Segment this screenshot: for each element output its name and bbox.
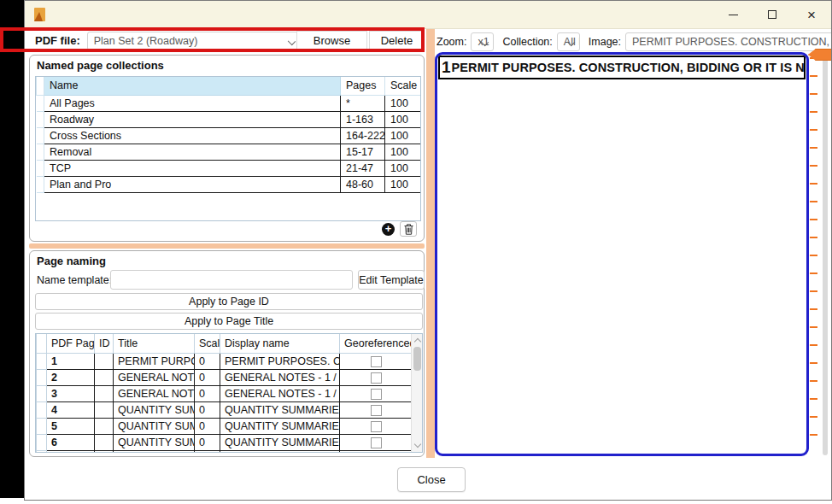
- scrollbar-thumb[interactable]: [413, 347, 421, 371]
- apply-to-page-title-button[interactable]: Apply to Page Title: [35, 313, 423, 330]
- zoom-label: Zoom:: [437, 36, 466, 48]
- col-header-id[interactable]: ID: [95, 334, 114, 353]
- collection-row[interactable]: Removal 15-17 100: [37, 144, 421, 160]
- page-slider-ticks: [810, 57, 817, 452]
- page-display-name: GENERAL NOTES - 1 / 22: [220, 369, 340, 385]
- page-title-cell: QUANTITY SUM: [114, 450, 195, 453]
- georeferenced-checkbox[interactable]: [371, 405, 382, 416]
- pages-header-row: PDF Page ID Title Scale Display name Geo…: [37, 334, 413, 353]
- col-header-pdf-page[interactable]: PDF Page: [47, 334, 95, 353]
- pdf-page-number: 6: [47, 434, 95, 450]
- close-window-button[interactable]: ×: [792, 1, 831, 28]
- page-display-name: QUANTITY SUMMARIES: [220, 401, 340, 418]
- georeferenced-checkbox[interactable]: [371, 437, 382, 448]
- chevron-down-icon: [413, 441, 420, 448]
- col-header-display-name[interactable]: Display name: [220, 334, 340, 353]
- collection-pages: 15-17: [341, 144, 385, 160]
- page-id: [95, 418, 114, 434]
- page-row[interactable]: 1 PERMIT PURPOS 0 PERMIT PURPOSES. CON: [37, 353, 413, 369]
- page-row[interactable]: 2 GENERAL NOTE 0 GENERAL NOTES - 1 / 22: [37, 369, 413, 385]
- minimize-button[interactable]: [713, 1, 753, 28]
- collection-label: Collection:: [502, 36, 552, 48]
- page-scale: 0: [195, 434, 220, 450]
- col-header-georeferenced[interactable]: Georeferenced: [340, 334, 413, 353]
- col-header-scale[interactable]: Scale: [385, 77, 421, 95]
- col-header-title[interactable]: Title: [114, 334, 195, 353]
- collections-header-row: Name Pages Scale: [37, 77, 421, 95]
- image-value: PERMIT PURPOSES. CONSTRUCTION, BIDDING O…: [632, 36, 832, 48]
- collection-scale: 100: [385, 111, 421, 127]
- edit-template-button[interactable]: Edit Template: [358, 270, 425, 290]
- pdf-manager-window: × PDF file: Plan Set 2 (Roadway) Browse …: [24, 0, 832, 501]
- vertical-splitter[interactable]: [426, 29, 435, 458]
- titlebar: ×: [25, 1, 831, 29]
- collection-name: All Pages: [44, 95, 341, 111]
- col-header-name[interactable]: Name: [44, 77, 341, 95]
- maximize-icon: [768, 10, 776, 19]
- pdf-page-number: 3: [47, 385, 95, 401]
- collection-dropdown[interactable]: All Pages: [557, 32, 580, 51]
- pdf-file-label: PDF file:: [35, 34, 80, 47]
- page-preview[interactable]: 1 PERMIT PURPOSES. CONSTRUCTION, BIDDING…: [435, 52, 809, 456]
- collection-row[interactable]: Cross Sections 164-222 100: [37, 127, 421, 144]
- collection-name: Removal: [44, 144, 341, 160]
- maximize-button[interactable]: [753, 1, 792, 28]
- pdf-page-number: 4: [47, 401, 95, 418]
- image-dropdown[interactable]: PERMIT PURPOSES. CONSTRUCTION, BIDDING O…: [625, 32, 832, 51]
- zoom-dropdown[interactable]: x1: [471, 32, 494, 51]
- collection-pages: *: [341, 95, 385, 111]
- georeferenced-checkbox[interactable]: [371, 421, 382, 432]
- add-collection-button[interactable]: +: [382, 223, 395, 236]
- preview-page-header: 1 PERMIT PURPOSES. CONSTRUCTION, BIDDING…: [438, 56, 806, 79]
- collection-name: TCP: [44, 160, 341, 176]
- scroll-down-button[interactable]: [412, 440, 423, 451]
- row-header: [37, 334, 47, 353]
- page-row[interactable]: 4 QUANTITY SUM 0 QUANTITY SUMMARIES: [37, 401, 413, 418]
- name-template-input[interactable]: [110, 270, 353, 290]
- col-header-pages[interactable]: Pages: [341, 77, 385, 95]
- delete-collection-button[interactable]: [400, 221, 417, 237]
- page-row[interactable]: 6 QUANTITY SUM 0 QUANTITY SUMMARIES: [37, 434, 413, 450]
- collections-actions: +: [382, 221, 417, 237]
- page-title-cell: QUANTITY SUM: [114, 434, 195, 450]
- page-id: [95, 369, 114, 385]
- pdf-page-number: 1: [47, 353, 95, 369]
- close-button[interactable]: Close: [397, 467, 466, 492]
- pages-table-scrollbar[interactable]: [411, 334, 422, 452]
- georeferenced-checkbox[interactable]: [371, 356, 382, 367]
- page-row[interactable]: 5 QUANTITY SUM 0 QUANTITY SUMMARIES: [37, 418, 413, 434]
- page-row[interactable]: 3 GENERAL NOTE 0 GENERAL NOTES - 1 / 22: [37, 385, 413, 401]
- page-row[interactable]: 7 QUANTITY SUM 0 QUANTITY SUMMARIES: [37, 450, 413, 453]
- page-id: [95, 353, 114, 369]
- page-display-name: QUANTITY SUMMARIES: [220, 434, 340, 450]
- horizontal-splitter[interactable]: [29, 243, 425, 249]
- collection-row[interactable]: Roadway 1-163 100: [37, 111, 421, 127]
- collection-pages: 21-47: [341, 160, 385, 176]
- collection-scale: 100: [385, 144, 421, 160]
- georeferenced-checkbox[interactable]: [371, 389, 382, 400]
- desktop-background: [0, 0, 24, 498]
- page-slider-track[interactable]: [823, 54, 828, 455]
- row-header: [37, 77, 44, 95]
- browse-button[interactable]: Browse: [296, 31, 367, 50]
- collection-row[interactable]: Plan and Pro 48-60 100: [37, 176, 421, 192]
- collections-group-title: Named page collections: [37, 59, 424, 72]
- apply-to-page-id-button[interactable]: Apply to Page ID: [35, 293, 423, 310]
- collection-pages: 164-222: [341, 127, 385, 144]
- collection-name: Cross Sections: [44, 127, 341, 144]
- georeferenced-checkbox[interactable]: [371, 372, 382, 384]
- chevron-up-icon: [413, 338, 420, 345]
- collection-row[interactable]: TCP 21-47 100: [37, 160, 421, 176]
- name-template-row: Name template: Edit Template: [35, 270, 423, 290]
- name-template-label: Name template:: [37, 274, 112, 286]
- page-display-name: QUANTITY SUMMARIES: [220, 450, 340, 453]
- collection-row[interactable]: All Pages * 100: [37, 95, 421, 111]
- col-header-scale[interactable]: Scale: [195, 334, 220, 353]
- page-id: [95, 401, 114, 418]
- scroll-up-button[interactable]: [412, 335, 423, 346]
- page-scale: 0: [195, 353, 220, 369]
- pdf-page-number: 2: [47, 369, 95, 385]
- pdf-file-dropdown[interactable]: Plan Set 2 (Roadway): [87, 32, 301, 50]
- delete-pdf-button[interactable]: Delete: [369, 31, 425, 50]
- page-title-cell: PERMIT PURPOS: [114, 353, 195, 369]
